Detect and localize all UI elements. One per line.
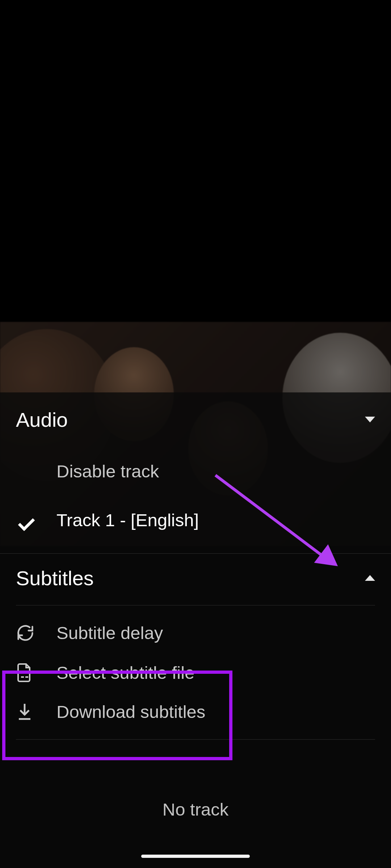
audio-track-english[interactable]: Track 1 - [English] [0, 495, 391, 544]
divider [16, 739, 375, 740]
svg-rect-1 [25, 676, 28, 678]
audio-section-title: Audio [16, 408, 68, 431]
caret-down-icon [365, 417, 375, 422]
check-icon [16, 510, 56, 530]
file-icon [16, 663, 56, 683]
subtitle-delay-label: Subtitle delay [56, 623, 163, 643]
subtitles-no-track[interactable]: No track [0, 799, 391, 820]
audio-disable-track[interactable]: Disable track [0, 447, 391, 495]
svg-rect-0 [21, 676, 24, 678]
download-subtitles-button[interactable]: Download subtitles [0, 692, 391, 731]
caret-up-icon [365, 575, 375, 581]
tracks-bottom-sheet: Audio Disable track Track 1 - [English] … [0, 392, 391, 868]
select-subtitle-file-button[interactable]: Select subtitle file [0, 653, 391, 692]
home-indicator[interactable] [141, 855, 250, 858]
subtitles-section-header[interactable]: Subtitles [0, 551, 391, 605]
audio-disable-label: Disable track [56, 461, 159, 481]
subtitle-delay-button[interactable]: Subtitle delay [0, 613, 391, 653]
select-subtitle-file-label: Select subtitle file [56, 663, 194, 683]
subtitles-section-title: Subtitles [16, 566, 94, 590]
audio-section-header[interactable]: Audio [0, 392, 391, 447]
download-subtitles-label: Download subtitles [56, 702, 205, 722]
download-icon [16, 702, 56, 722]
section-divider [0, 553, 391, 554]
sync-icon [16, 624, 56, 642]
audio-track-label: Track 1 - [English] [56, 510, 199, 530]
